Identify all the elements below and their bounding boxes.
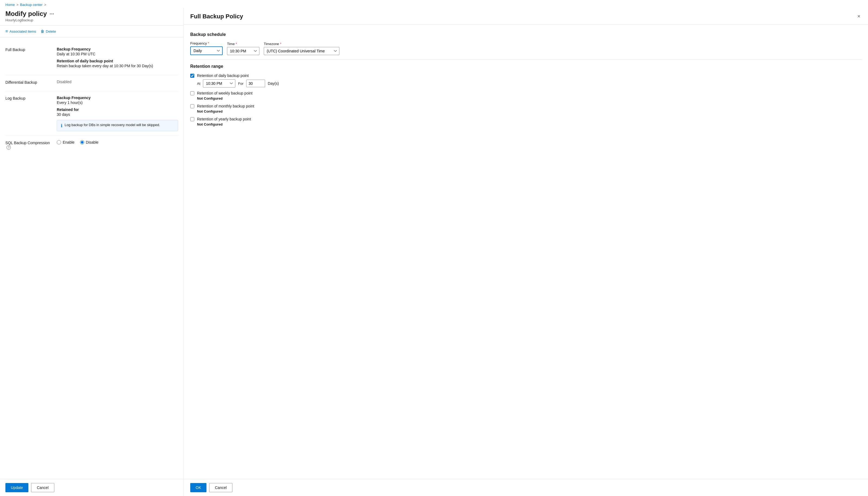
yearly-retention-row: Retention of yearly backup point (190, 117, 862, 121)
page-title-row: Modify policy ··· (5, 10, 178, 18)
full-backup-section: Full Backup Backup Frequency Daily at 10… (5, 43, 178, 75)
right-content: Backup schedule Frequency * Daily Weekly… (184, 25, 868, 479)
main-layout: Modify policy ··· HourlyLogBackup Associ… (0, 8, 868, 496)
trash-icon (41, 29, 44, 33)
monthly-checkbox[interactable] (190, 104, 194, 108)
weekly-checkbox-wrapper[interactable] (190, 91, 194, 95)
yearly-not-configured: Not Configured (197, 122, 862, 126)
differential-backup-value: Disabled (57, 80, 178, 84)
sql-compression-content: Enable Disable (57, 140, 178, 144)
differential-backup-section: Differential Backup Disabled (5, 75, 178, 91)
left-content: Full Backup Backup Frequency Daily at 10… (0, 37, 183, 479)
list-icon (5, 29, 8, 34)
help-icon[interactable]: ? (6, 145, 11, 150)
enable-radio-option[interactable]: Enable (57, 140, 75, 144)
daily-checkbox[interactable] (190, 74, 194, 78)
weekly-retention-section: Retention of weekly backup point Not Con… (190, 91, 862, 100)
breadcrumb-backup-center[interactable]: Backup center (20, 3, 42, 7)
monthly-not-configured: Not Configured (197, 109, 862, 113)
breadcrumb-sep2: > (44, 3, 46, 7)
timezone-select[interactable]: (UTC) Coordinated Universal Time (264, 47, 340, 55)
sql-compression-section: SQL Backup Compression ? Enable Disable (5, 136, 178, 154)
timezone-required: * (280, 42, 281, 46)
frequency-select[interactable]: Daily Weekly (190, 46, 223, 55)
left-panel: Modify policy ··· HourlyLogBackup Associ… (0, 8, 184, 496)
info-icon: ℹ (61, 123, 62, 128)
retention-daily-value: Retain backup taken every day at 10:30 P… (57, 64, 178, 68)
cancel-button-left[interactable]: Cancel (31, 483, 54, 492)
schedule-form-row: Frequency * Daily Weekly Time * 10:30 PM (190, 41, 862, 55)
delete-button[interactable]: Delete (41, 28, 56, 34)
timezone-label: Timezone * (264, 42, 340, 46)
log-retained-label: Retained for (57, 107, 178, 112)
backup-freq-value: Daily at 10:30 PM UTC (57, 52, 178, 56)
weekly-not-configured: Not Configured (197, 96, 862, 100)
yearly-checkbox-wrapper[interactable] (190, 117, 194, 121)
backup-freq-label: Backup Frequency (57, 47, 178, 51)
monthly-retention-row: Retention of monthly backup point (190, 104, 862, 108)
toolbar: Associated items Delete (0, 26, 183, 37)
right-header: Full Backup Policy × (184, 8, 868, 25)
disable-label: Disable (86, 140, 99, 144)
schedule-divider (190, 59, 862, 60)
at-label: At (197, 81, 200, 86)
time-label: Time * (227, 42, 259, 46)
disable-radio[interactable] (80, 140, 84, 144)
enable-radio[interactable] (57, 140, 61, 144)
timezone-field: Timezone * (UTC) Coordinated Universal T… (264, 42, 340, 55)
right-panel: Full Backup Policy × Backup schedule Fre… (184, 8, 868, 496)
left-header: Modify policy ··· HourlyLogBackup (0, 8, 183, 26)
frequency-required: * (208, 41, 209, 45)
daily-retention-section: Retention of daily backup point At 10:30… (190, 73, 862, 88)
log-backup-section: Log Backup Backup Frequency Every 1 hour… (5, 91, 178, 136)
page-title: Modify policy (5, 10, 47, 18)
close-button[interactable]: × (856, 12, 862, 20)
frequency-field: Frequency * Daily Weekly (190, 41, 223, 55)
log-backup-freq-label: Backup Frequency (57, 96, 178, 100)
retention-daily-label: Retention of daily backup point (57, 59, 178, 63)
breadcrumb: Home > Backup center > (0, 0, 868, 8)
ok-button[interactable]: OK (190, 483, 207, 492)
time-select[interactable]: 10:30 PM (227, 47, 259, 55)
daily-days-unit: Day(s) (268, 81, 279, 86)
yearly-retention-section: Retention of yearly backup point Not Con… (190, 117, 862, 126)
full-backup-content: Backup Frequency Daily at 10:30 PM UTC R… (57, 47, 178, 71)
daily-at-select[interactable]: 10:30 PM (203, 79, 235, 88)
compression-radio-group: Enable Disable (57, 140, 178, 144)
log-info-box: ℹ Log backup for DBs in simple recovery … (57, 120, 178, 131)
retention-range-heading: Retention range (190, 64, 862, 69)
monthly-retention-label[interactable]: Retention of monthly backup point (197, 104, 254, 108)
daily-checkbox-wrapper[interactable] (190, 74, 194, 78)
differential-backup-label: Differential Backup (5, 80, 54, 84)
policy-subtitle: HourlyLogBackup (5, 18, 178, 22)
weekly-retention-row: Retention of weekly backup point (190, 91, 862, 95)
daily-days-input[interactable] (246, 80, 265, 87)
yearly-retention-label[interactable]: Retention of yearly backup point (197, 117, 251, 121)
more-options-icon[interactable]: ··· (49, 11, 54, 17)
time-required: * (236, 42, 237, 46)
update-button[interactable]: Update (5, 483, 28, 492)
yearly-checkbox[interactable] (190, 117, 194, 121)
cancel-button-right[interactable]: Cancel (209, 483, 233, 492)
log-info-text: Log backup for DBs in simple recovery mo… (64, 123, 160, 127)
associated-items-button[interactable]: Associated items (5, 28, 36, 35)
right-panel-title: Full Backup Policy (190, 13, 243, 20)
for-label: For (238, 81, 243, 86)
daily-retention-row: Retention of daily backup point (190, 73, 862, 78)
log-retained-value: 30 days (57, 112, 178, 117)
log-backup-label: Log Backup (5, 96, 54, 100)
disable-radio-option[interactable]: Disable (80, 140, 99, 144)
daily-retention-label[interactable]: Retention of daily backup point (197, 74, 249, 78)
weekly-retention-label[interactable]: Retention of weekly backup point (197, 91, 252, 95)
left-footer: Update Cancel (0, 479, 183, 496)
full-backup-label: Full Backup (5, 47, 54, 52)
time-field: Time * 10:30 PM (227, 42, 259, 55)
log-backup-content: Backup Frequency Every 1 hour(s) Retaine… (57, 96, 178, 131)
monthly-retention-section: Retention of monthly backup point Not Co… (190, 104, 862, 113)
monthly-checkbox-wrapper[interactable] (190, 104, 194, 108)
weekly-checkbox[interactable] (190, 91, 194, 95)
log-backup-freq-value: Every 1 hour(s) (57, 100, 178, 105)
daily-retention-details: At 10:30 PM For Day(s) (197, 79, 862, 88)
breadcrumb-home[interactable]: Home (5, 3, 15, 7)
right-footer: OK Cancel (184, 479, 868, 496)
